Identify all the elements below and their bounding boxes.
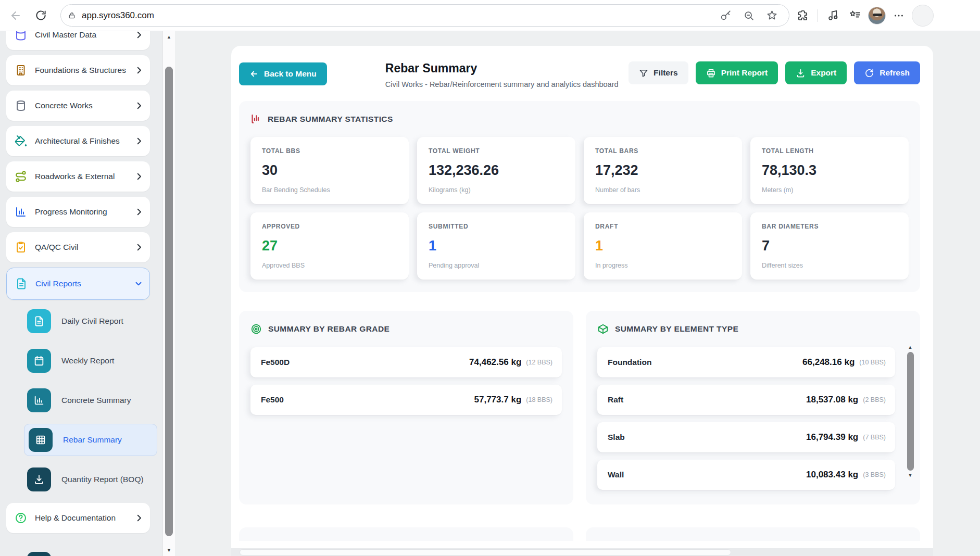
sidebar-scrollbar[interactable]: ▲ ▼ xyxy=(162,31,175,556)
back-arrow-icon xyxy=(9,9,22,22)
grade-rows: Fe500D 74,462.56 kg (12 BBS) Fe500 57,77… xyxy=(250,347,562,415)
bookmark-button[interactable] xyxy=(763,7,781,24)
stat-value: 132,236.26 xyxy=(429,162,564,179)
zoom-out-button[interactable] xyxy=(740,7,758,24)
back-arrow-icon xyxy=(249,69,259,79)
chevron-right-icon xyxy=(134,31,144,40)
browser-menu-button[interactable] xyxy=(890,7,908,24)
collections-button[interactable] xyxy=(846,7,864,24)
stats-grid: TOTAL BBS 30 Bar Bending Schedules TOTAL… xyxy=(250,137,909,280)
element-weight: 10,083.43 kg xyxy=(806,470,858,480)
stat-value: 78,130.3 xyxy=(762,162,897,179)
profile-avatar[interactable] xyxy=(868,7,886,24)
browser-toolbar: app.syros360.com xyxy=(0,0,980,31)
chevron-right-icon xyxy=(134,66,144,75)
grade-bbs-count: (18 BBS) xyxy=(526,396,552,403)
sidebar-subitem-quantity-report-overflow[interactable]: Quantity Report (BOQ) xyxy=(27,548,157,556)
scroll-up-arrow-icon[interactable]: ▲ xyxy=(907,344,914,350)
address-bar[interactable]: app.syros360.com xyxy=(60,4,789,27)
browser-reload-button[interactable] xyxy=(30,5,51,26)
stats-section-title-text: REBAR SUMMARY STATISTICS xyxy=(268,115,393,124)
stat-sublabel: Kilograms (kg) xyxy=(429,186,564,194)
page-title: Rebar Summary xyxy=(385,61,619,75)
sidebar-item-foundations-structures[interactable]: Foundations & Structures xyxy=(6,55,150,85)
horizontal-scrollbar-thumb[interactable] xyxy=(240,549,731,555)
horizontal-scrollbar[interactable] xyxy=(231,548,933,556)
grade-row-fe500[interactable]: Fe500 57,773.7 kg (18 BBS) xyxy=(250,385,562,415)
edge-cutoff-button[interactable] xyxy=(912,5,934,27)
element-name: Foundation xyxy=(608,358,651,367)
scroll-down-arrow-icon[interactable]: ▼ xyxy=(907,472,914,478)
toolbar-divider xyxy=(818,9,818,22)
export-button[interactable]: Export xyxy=(785,61,847,84)
target-icon xyxy=(250,323,262,335)
stat-value: 1 xyxy=(429,238,564,254)
sidebar-item-qaqc-civil[interactable]: QA/QC Civil xyxy=(6,232,150,262)
quantity-report-tile xyxy=(27,467,51,491)
sidebar-scrollbar-thumb[interactable] xyxy=(165,67,173,536)
sidebar-subitem-daily-civil-report[interactable]: Daily Civil Report xyxy=(27,305,157,337)
sidebar-item-label: Civil Reports xyxy=(35,279,134,288)
element-row-wall[interactable]: Wall 10,083.43 kg (3 BBS) xyxy=(597,460,895,490)
back-to-menu-button[interactable]: Back to Menu xyxy=(239,62,327,85)
sidebar-item-label: QA/QC Civil xyxy=(35,243,134,252)
next-section-right xyxy=(586,527,920,541)
rebar-summary-tile xyxy=(29,428,53,452)
chevron-right-icon xyxy=(134,136,144,146)
media-note-icon xyxy=(827,9,839,22)
scroll-down-arrow-icon[interactable]: ▼ xyxy=(163,548,175,553)
sidebar-item-progress-monitoring[interactable]: Progress Monitoring xyxy=(6,197,150,227)
grade-weight: 57,773.7 kg xyxy=(474,395,522,405)
stat-label: DRAFT xyxy=(595,223,731,230)
element-row-slab[interactable]: Slab 16,794.39 kg (7 BBS) xyxy=(597,422,895,452)
app-window: Civil Master Data Foundations & Structur… xyxy=(0,31,980,556)
stat-card-total-weight: TOTAL WEIGHT 132,236.26 Kilograms (kg) xyxy=(417,137,575,204)
filters-button[interactable]: Filters xyxy=(629,61,688,84)
favorites-list-icon xyxy=(849,9,861,22)
document-icon xyxy=(33,315,45,327)
chevron-right-icon xyxy=(134,243,144,252)
sidebar-item-architectural-finishes[interactable]: Architectural & Finishes xyxy=(6,126,150,156)
element-row-foundation[interactable]: Foundation 66,248.16 kg (10 BBS) xyxy=(597,347,895,377)
paint-bucket-icon xyxy=(15,135,27,147)
media-controls-button[interactable] xyxy=(824,7,842,24)
stat-value: 30 xyxy=(262,162,397,179)
sidebar-subitem-concrete-summary[interactable]: Concrete Summary xyxy=(27,384,157,416)
browser-back-button[interactable] xyxy=(5,5,26,26)
sidebar-item-civil-master-data[interactable]: Civil Master Data xyxy=(6,31,150,50)
download-icon xyxy=(796,68,806,78)
url-text: app.syros360.com xyxy=(82,10,154,21)
sidebar-subitem-rebar-summary[interactable]: Rebar Summary xyxy=(24,424,157,456)
sidebar-item-concrete-works[interactable]: Concrete Works xyxy=(6,91,150,121)
stat-label: TOTAL WEIGHT xyxy=(429,147,564,155)
extensions-button[interactable] xyxy=(794,7,811,24)
stat-label: TOTAL BARS xyxy=(595,147,731,155)
sidebar-item-roadworks-external[interactable]: Roadworks & External xyxy=(6,161,150,192)
bar-chart-icon xyxy=(15,206,27,218)
element-list-scrollbar[interactable]: ▲ ▼ xyxy=(907,344,914,488)
sidebar-item-civil-reports[interactable]: Civil Reports xyxy=(6,268,150,300)
element-scrollbar-thumb[interactable] xyxy=(907,352,914,471)
stat-sublabel: Approved BBS xyxy=(262,262,397,269)
element-row-raft[interactable]: Raft 18,537.08 kg (2 BBS) xyxy=(597,385,895,415)
key-icon xyxy=(720,10,732,21)
site-info-icon[interactable] xyxy=(68,12,76,19)
grade-row-fe500d[interactable]: Fe500D 74,462.56 kg (12 BBS) xyxy=(250,347,562,377)
sidebar-item-label: Foundations & Structures xyxy=(35,66,134,75)
password-key-button[interactable] xyxy=(717,7,735,24)
title-block: Rebar Summary Civil Works - Rebar/Reinfo… xyxy=(385,61,619,89)
sidebar-subitem-weekly-report[interactable]: Weekly Report xyxy=(27,345,157,377)
grade-section-title-text: SUMMARY BY REBAR GRADE xyxy=(268,324,390,334)
scroll-up-arrow-icon[interactable]: ▲ xyxy=(163,34,175,40)
sidebar-item-help-documentation[interactable]: Help & Documentation xyxy=(6,503,150,533)
concrete-summary-tile xyxy=(27,388,51,412)
print-report-button[interactable]: Print Report xyxy=(696,61,778,84)
sidebar-menu: Civil Master Data Foundations & Structur… xyxy=(0,31,162,556)
page-header: Back to Menu Rebar Summary Civil Works -… xyxy=(239,46,920,101)
stat-sublabel: In progress xyxy=(595,262,731,269)
sidebar-item-label: Architectural & Finishes xyxy=(35,136,134,146)
refresh-button[interactable]: Refresh xyxy=(854,61,920,84)
sidebar: Civil Master Data Foundations & Structur… xyxy=(0,31,175,556)
sidebar-subitem-quantity-report[interactable]: Quantity Report (BOQ) xyxy=(27,463,157,496)
summary-panels: SUMMARY BY REBAR GRADE Fe500D 74,462.56 … xyxy=(239,311,920,504)
